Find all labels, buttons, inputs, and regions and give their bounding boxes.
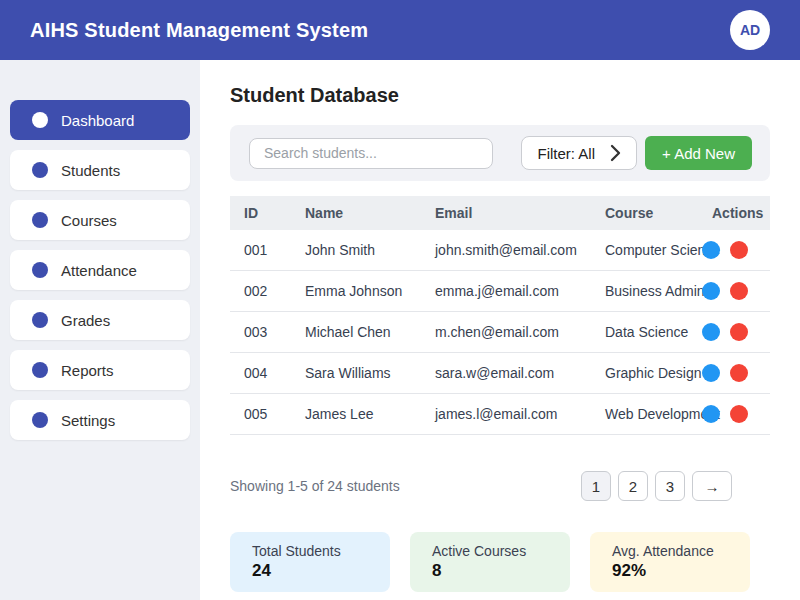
dashboard-icon (32, 112, 48, 128)
cell-actions (688, 364, 770, 382)
sidebar-item-settings[interactable]: Settings (10, 400, 190, 440)
chevron-right-icon (609, 143, 622, 163)
sidebar-item-students[interactable]: Students (10, 150, 190, 190)
cell-id: 001 (230, 242, 291, 258)
grades-icon (32, 312, 48, 328)
stat-card-active-courses: Active Courses 8 (410, 532, 570, 592)
view-action-button[interactable] (702, 241, 720, 259)
cell-name: Emma Johnson (291, 283, 421, 299)
stat-value: 92% (612, 561, 750, 581)
app-header: AIHS Student Management System AD (0, 0, 800, 60)
cell-email: m.chen@email.com (421, 324, 591, 340)
cell-email: sara.w@email.com (421, 365, 591, 381)
sidebar-item-dashboard[interactable]: Dashboard (10, 100, 190, 140)
settings-icon (32, 412, 48, 428)
cell-id: 004 (230, 365, 291, 381)
cell-email: james.l@email.com (421, 406, 591, 422)
delete-action-button[interactable] (730, 364, 748, 382)
showing-count: Showing 1-5 of 24 students (230, 478, 400, 494)
cell-actions (688, 405, 770, 423)
app-title: AIHS Student Management System (30, 19, 368, 42)
delete-action-button[interactable] (730, 323, 748, 341)
next-page-button[interactable]: → (692, 471, 732, 501)
table-row: 003 Michael Chen m.chen@email.com Data S… (230, 312, 770, 353)
page-title: Student Database (230, 84, 770, 107)
app-window: AIHS Student Management System AD Dashbo… (0, 0, 800, 600)
sidebar-item-label: Attendance (61, 262, 137, 279)
column-header-course: Course (591, 205, 688, 221)
content-area: Dashboard Students Courses Attendance Gr… (0, 60, 800, 600)
view-action-button[interactable] (702, 364, 720, 382)
cell-id: 003 (230, 324, 291, 340)
cell-id: 005 (230, 406, 291, 422)
stat-value: 8 (432, 561, 570, 581)
students-table: ID Name Email Course Actions 001 John Sm… (230, 196, 770, 435)
filter-button[interactable]: Filter: All (521, 136, 638, 170)
cell-actions (688, 241, 770, 259)
table-row: 001 John Smith john.smith@email.com Comp… (230, 230, 770, 271)
cell-course: Business Admin (591, 283, 688, 299)
cell-course: Graphic Design (591, 365, 688, 381)
courses-icon (32, 212, 48, 228)
cell-actions (688, 282, 770, 300)
delete-action-button[interactable] (730, 282, 748, 300)
sidebar-item-label: Dashboard (61, 112, 134, 129)
table-row: 005 James Lee james.l@email.com Web Deve… (230, 394, 770, 435)
sidebar-item-courses[interactable]: Courses (10, 200, 190, 240)
column-header-actions: Actions (688, 205, 770, 221)
user-avatar[interactable]: AD (730, 10, 770, 50)
cell-course: Data Science (591, 324, 688, 340)
table-row: 004 Sara Williams sara.w@email.com Graph… (230, 353, 770, 394)
stats-row: Total Students 24 Active Courses 8 Avg. … (230, 532, 770, 592)
main-panel: Student Database Filter: All + Add New I… (200, 60, 800, 600)
stat-card-total-students: Total Students 24 (230, 532, 390, 592)
stat-label: Avg. Attendance (612, 543, 750, 559)
column-header-name: Name (291, 205, 421, 221)
add-new-button[interactable]: + Add New (645, 136, 752, 170)
sidebar-item-label: Students (61, 162, 120, 179)
search-input[interactable] (249, 138, 493, 169)
sidebar-item-attendance[interactable]: Attendance (10, 250, 190, 290)
pagination: 1 2 3 → (581, 471, 732, 501)
table-row: 002 Emma Johnson emma.j@email.com Busine… (230, 271, 770, 312)
toolbar: Filter: All + Add New (230, 125, 770, 181)
view-action-button[interactable] (702, 405, 720, 423)
sidebar-item-grades[interactable]: Grades (10, 300, 190, 340)
filter-label: Filter: All (538, 145, 596, 162)
sidebar: Dashboard Students Courses Attendance Gr… (0, 60, 200, 600)
sidebar-item-label: Settings (61, 412, 115, 429)
table-footer: Showing 1-5 of 24 students 1 2 3 → (230, 471, 770, 501)
cell-name: Sara Williams (291, 365, 421, 381)
students-icon (32, 162, 48, 178)
cell-name: John Smith (291, 242, 421, 258)
table-header-row: ID Name Email Course Actions (230, 196, 770, 230)
cell-course: Computer Science (591, 242, 688, 258)
cell-actions (688, 323, 770, 341)
column-header-email: Email (421, 205, 591, 221)
cell-email: john.smith@email.com (421, 242, 591, 258)
view-action-button[interactable] (702, 323, 720, 341)
cell-course: Web Development (591, 406, 688, 422)
cell-id: 002 (230, 283, 291, 299)
sidebar-item-label: Grades (61, 312, 110, 329)
delete-action-button[interactable] (730, 405, 748, 423)
attendance-icon (32, 262, 48, 278)
cell-email: emma.j@email.com (421, 283, 591, 299)
cell-name: James Lee (291, 406, 421, 422)
page-button-1[interactable]: 1 (581, 471, 611, 501)
stat-card-avg-attendance: Avg. Attendance 92% (590, 532, 750, 592)
cell-name: Michael Chen (291, 324, 421, 340)
view-action-button[interactable] (702, 282, 720, 300)
delete-action-button[interactable] (730, 241, 748, 259)
stat-label: Total Students (252, 543, 390, 559)
stat-label: Active Courses (432, 543, 570, 559)
sidebar-item-reports[interactable]: Reports (10, 350, 190, 390)
page-button-2[interactable]: 2 (618, 471, 648, 501)
sidebar-item-label: Reports (61, 362, 114, 379)
sidebar-item-label: Courses (61, 212, 117, 229)
page-button-3[interactable]: 3 (655, 471, 685, 501)
column-header-id: ID (230, 205, 291, 221)
stat-value: 24 (252, 561, 390, 581)
reports-icon (32, 362, 48, 378)
